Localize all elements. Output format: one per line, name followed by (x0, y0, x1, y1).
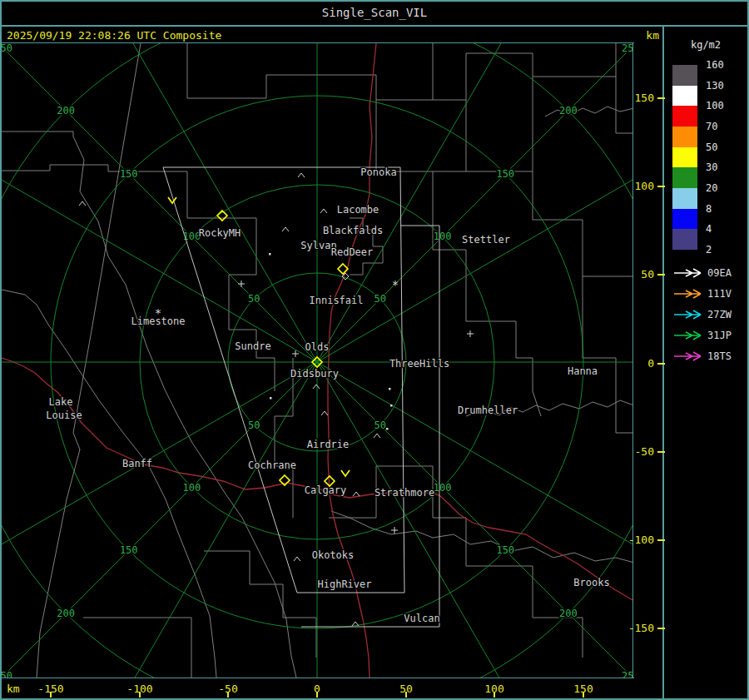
ring-distance-label: 100 (434, 231, 452, 242)
city-label: Banff (122, 458, 152, 469)
county-boundary (376, 100, 466, 171)
city-label: Calgary (305, 484, 347, 496)
bottom-axis-tick-mark (583, 692, 584, 698)
ring-distance-label: 150 (496, 544, 514, 556)
station-id-label: 31JP (707, 330, 732, 341)
county-boundary (433, 43, 616, 100)
county-boundary (433, 171, 541, 416)
county-boundary (583, 276, 632, 433)
legend-value-label: 50 (706, 141, 739, 153)
county-boundary (2, 165, 275, 391)
legend-value-label: 2 (706, 244, 739, 256)
dot-marker-icon (270, 397, 272, 400)
city-label: Olds (305, 341, 330, 353)
ring-distance-label: 150 (120, 168, 138, 180)
station-arrow-icon (674, 310, 701, 319)
ring-distance-label: 100 (183, 482, 201, 494)
city-label: Strathmore (374, 487, 434, 499)
plus-marker-icon (391, 527, 398, 534)
station-id-label: 09EA (707, 267, 732, 279)
town-caret-icon (321, 411, 328, 415)
bottom-axis-unit-label: km (7, 683, 20, 695)
legend-value-label: 100 (706, 100, 739, 112)
right-axis-tick-label: 0 (596, 357, 654, 370)
dot-marker-icon (389, 388, 391, 390)
station-legend-row: 111V (674, 288, 732, 300)
city-label: ThreeHills (389, 358, 449, 370)
city-label: Didsbury (290, 368, 339, 380)
city-label: Cochrane (248, 459, 296, 471)
ring-distance-label: 50 (248, 420, 260, 431)
legend-swatch (672, 65, 697, 86)
county-boundary (187, 43, 433, 100)
right-axis-tick-mark (657, 628, 665, 629)
ring-distance-label: 50 (374, 293, 385, 305)
legend-swatch (672, 209, 697, 229)
right-axis-tick-mark (657, 186, 665, 187)
city-label: Innisfail (309, 295, 363, 306)
legend-swatch (672, 86, 697, 106)
town-caret-icon (374, 434, 380, 438)
city-label: Drumheller (458, 405, 518, 416)
city-label: Okotoks (312, 549, 355, 561)
right-axis-tick-label: -50 (596, 445, 654, 458)
azimuth-ray (59, 362, 317, 678)
city-label: Airdrie (307, 439, 350, 450)
ring-distance-label: 100 (434, 482, 452, 494)
city-label: HighRiver (317, 578, 371, 590)
station-legend: 09EA111V27ZW31JP18TS (664, 263, 747, 367)
town-caret-icon (294, 557, 300, 561)
scan-timestamp: 2025/09/19 22:08:26 UTC Composite (7, 29, 221, 42)
ring-distance-label: 200 (559, 608, 578, 619)
right-axis-tick-label: 50 (596, 268, 654, 280)
dot-marker-icon (269, 253, 271, 256)
plus-marker-icon (238, 280, 245, 287)
asterisk-marker-icon: * (155, 306, 161, 320)
dot-marker-icon (386, 428, 389, 430)
ring-distance-label: 50 (374, 420, 385, 431)
station-id-label: 18TS (707, 350, 732, 362)
bottom-axis-tick-mark (405, 692, 407, 698)
legend-swatch (672, 167, 697, 188)
legend-swatch (672, 127, 697, 147)
legend-value-label: 160 (706, 59, 739, 71)
town-caret-icon (282, 227, 289, 231)
county-boundary (275, 358, 293, 518)
ring-distance-label: 50 (248, 293, 260, 305)
town-caret-icon (79, 201, 86, 206)
plus-marker-icon (292, 350, 299, 357)
town-caret-icon (320, 209, 327, 213)
city-label: Vulcan (404, 613, 439, 624)
asterisk-marker-icon: * (392, 278, 399, 291)
station-legend-row: 09EA (674, 267, 732, 279)
right-axis-tick-label: -150 (596, 622, 654, 634)
radar-map[interactable]: 5050505010010010010015015015015020020020… (2, 43, 632, 678)
yellow-v-arrow-icon (341, 470, 350, 476)
ring-distance-label: 250 (622, 670, 632, 678)
city-label: Lake (49, 396, 73, 408)
city-label: Brooks (573, 577, 609, 588)
plus-marker-icon (467, 330, 474, 337)
station-legend-row: 18TS (674, 350, 732, 362)
bottom-axis-tick-mark (50, 692, 52, 698)
right-axis-tick-mark (657, 274, 665, 276)
bottom-axis-tick-mark (494, 692, 495, 698)
ring-distance-label: 150 (496, 168, 514, 180)
azimuth-ray (317, 43, 575, 362)
legend-swatch (672, 106, 697, 127)
window-title: Single_Scan_VIL (0, 0, 749, 27)
ring-distance-label: 150 (120, 544, 138, 556)
legend-swatch (672, 229, 697, 250)
azimuth-ray (317, 362, 575, 678)
county-boundary (616, 77, 632, 133)
station-arrow-icon (674, 331, 701, 340)
right-axis-tick-mark (657, 539, 665, 541)
legend-value-label: 8 (706, 203, 739, 215)
bottom-axis-tick-mark (139, 692, 141, 698)
county-boundary (2, 132, 296, 678)
ring-distance-label: 200 (559, 105, 578, 117)
azimuth-ray (59, 43, 317, 362)
azimuth-ray (317, 43, 632, 362)
station-id-label: 111V (707, 288, 732, 300)
right-axis-tick-label: 100 (596, 180, 654, 192)
